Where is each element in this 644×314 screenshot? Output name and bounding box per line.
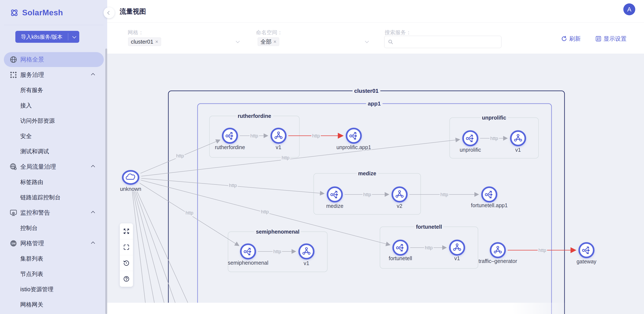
sidebar-item-链路追踪控制台[interactable]: 链路追踪控制台 [0,190,107,205]
graph-node-fortunetell-svc[interactable] [393,240,408,255]
refresh-button[interactable]: 刷新 [561,35,581,42]
chevron-up-icon[interactable] [92,241,95,245]
sidebar-item-label: 全局流量治理 [20,163,56,171]
graph-node-traffic-generator[interactable] [490,243,505,257]
sidebar-item-网格管理[interactable]: SM网格管理 [0,236,107,251]
mesh-filter-tag[interactable]: cluster01 × [128,37,161,46]
edge-protocol-label: http [440,192,448,197]
chevron-up-icon[interactable] [92,73,95,77]
namespace-filter-tag[interactable]: 全部 × [258,37,279,46]
expand-button[interactable] [120,223,133,239]
traffic-graph-canvas[interactable]: httphttphttphttphttphttphttphttphttphttp… [107,54,644,314]
chevron-up-icon[interactable] [92,165,95,169]
mesh-filter-label: 网格： [128,29,144,36]
graph-edge[interactable] [135,187,194,314]
sidebar-item-接入[interactable]: 接入 [0,98,107,113]
reset-view-button[interactable] [120,255,133,271]
remove-mesh-tag-icon[interactable]: × [155,39,158,45]
sidebar-item-istio资源管理[interactable]: istio资源管理 [0,282,107,297]
graph-node-fortunetell-v1[interactable] [450,240,464,255]
search-box[interactable] [384,36,502,48]
expand-icon [123,228,130,234]
fit-view-button[interactable] [120,239,133,255]
sidebar-item-安全[interactable]: 安全 [0,129,107,144]
graph-node-rutherfordine-svc[interactable] [223,129,237,143]
node-label-unprolific-app1: unprolific.app1 [336,144,371,150]
graph-node-gateway[interactable] [579,243,594,257]
active-item-pill [4,52,104,67]
group-label-rutherfordine: rutherfordine [238,113,271,119]
sidebar-item-节点列表[interactable]: 节点列表 [0,266,107,282]
sidebar-item-所有服务[interactable]: 所有服务 [0,83,107,98]
graph-node-medize-svc[interactable] [328,187,342,202]
sidebar-collapse-button[interactable] [104,7,115,18]
logo: SolarMesh [10,6,63,19]
sidebar-item-集群列表[interactable]: 集群列表 [0,251,107,266]
node-label-unprolific-v1: v1 [515,147,521,153]
avatar[interactable]: A [623,3,635,15]
help-button[interactable] [120,271,133,287]
sidebar-item-控制台[interactable]: 控制台 [0,220,107,236]
namespace-filter-label: 命名空间： [256,29,282,36]
sm-badge-icon: SM [10,240,17,247]
edge-protocol-label: http [282,155,290,160]
graph-node-fortunetell-app1[interactable] [482,187,496,202]
display-settings-button[interactable]: 显示设置 [596,35,626,42]
namespace-select-chevron-icon[interactable] [365,40,368,44]
graph-node-unprolific-app1[interactable] [346,129,361,143]
chevron-up-icon[interactable] [92,211,95,215]
header: 流量视图 A [107,0,644,22]
mesh-filter-value: cluster01 [131,38,154,45]
sidebar-item-label: 链路追踪控制台 [20,194,60,201]
logo-text: SolarMesh [22,8,63,17]
graph-node-semiphenomenal-svc[interactable] [241,244,255,259]
import-k8s-label: 导入k8s服务/版本 [15,33,68,40]
group-label-fortunetell: fortunetell [416,224,442,230]
sidebar-item-监控和警告[interactable]: 监控和警告 [0,205,107,220]
fit-view-icon [123,244,130,250]
search-input[interactable] [396,39,501,45]
traffic-graph[interactable]: httphttphttphttphttphttphttphttphttphttp… [107,54,644,314]
sidebar-item-全局流量治理[interactable]: 全局流量治理 [0,159,107,174]
edge-protocol-label: http [261,209,269,214]
sidebar-item-标签路由[interactable]: 标签路由 [0,174,107,190]
sidebar-item-测试和调试[interactable]: 测试和调试 [0,144,107,159]
sidebar-scrollbar[interactable] [105,48,107,314]
import-dropdown-button[interactable] [68,35,79,38]
globe-gear-icon [10,163,17,170]
remove-namespace-tag-icon[interactable]: × [274,39,276,45]
edge-protocol-label: http [312,133,320,139]
refresh-icon [561,36,567,42]
sidebar-item-访问外部资源[interactable]: 访问外部资源 [0,113,107,129]
mesh-select-chevron-icon[interactable] [236,40,239,44]
sidebar-item-网格网关[interactable]: 网格网关 [0,297,107,312]
graph-node-unprolific-v1[interactable] [511,131,525,146]
graph-node-unprolific-svc[interactable] [463,131,478,146]
graph-edge[interactable] [132,188,157,314]
import-k8s-button[interactable]: 导入k8s服务/版本 [15,31,79,43]
graph-node-unknown[interactable] [123,171,138,184]
graph-node-medize-v2[interactable] [392,187,407,202]
sidebar-item-label: 测试和调试 [20,148,49,155]
graph-node-semiphenomenal-v1[interactable] [299,244,314,259]
node-label-fortunetell-v1: v1 [454,255,460,261]
group-label-semiphenomenal: semiphenomenal [256,229,300,235]
node-label-semiphenomenal-v1: v1 [304,260,309,266]
search-filter-label: 搜索服务： [385,29,411,36]
node-label-rutherfordine-svc: rutherfordine [215,144,245,150]
sidebar-item-label: 网格全景 [20,55,44,64]
sidebar-item-label: 访问外部资源 [20,117,55,125]
node-label-fortunetell-svc: fortunetell [389,255,412,261]
graph-edge[interactable] [134,187,180,314]
solarmesh-logo-icon [10,8,19,18]
graph-edge[interactable] [134,188,168,314]
edge-protocol-label: http [363,192,371,197]
page-title: 流量视图 [120,7,146,16]
sidebar-item-网格全景[interactable]: 网格全景 [0,52,107,67]
group-label-unprolific: unprolific [482,115,506,121]
sidebar-item-label: 接入 [20,102,32,109]
graph-edge-unknown-to-unprolific-svc[interactable] [141,140,460,176]
globe-icon [10,56,17,63]
sidebar-item-服务治理[interactable]: 服务治理 [0,67,107,83]
graph-node-rutherfordine-v1[interactable] [271,129,286,143]
